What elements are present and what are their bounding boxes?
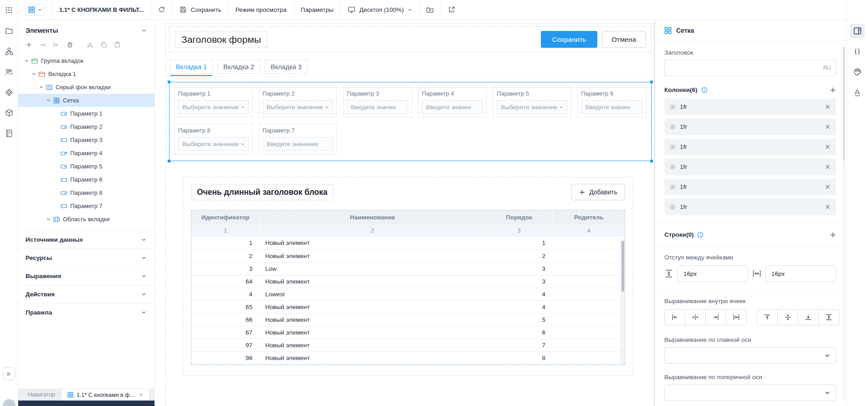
add-row-button[interactable]: Добавить <box>571 184 625 200</box>
add-element-button[interactable] <box>26 41 32 48</box>
tree-item[interactable]: Параметр 5 <box>18 160 154 173</box>
grid-column-row[interactable]: 1fr <box>664 158 836 175</box>
tree-expand-icon[interactable] <box>45 217 52 221</box>
form-title-element[interactable]: Заголовок формы <box>175 31 267 48</box>
table-row[interactable]: 66Новый элемент5 <box>191 313 625 326</box>
tree-item[interactable]: Параметр 3 <box>18 133 154 147</box>
user-avatar[interactable] <box>3 399 15 406</box>
add-column-button[interactable] <box>830 87 836 93</box>
canvas-save-button[interactable]: Сохранить <box>541 31 598 48</box>
table-header-cell[interactable]: Идентификатор <box>191 210 260 224</box>
table-row[interactable]: 65Новый элемент4 <box>191 300 625 313</box>
parameter-input[interactable]: Введите значение <box>262 137 333 151</box>
open-external-button[interactable] <box>441 0 462 19</box>
tree-item[interactable]: Параметр 6 <box>18 173 154 186</box>
move-into-button[interactable] <box>39 41 46 48</box>
projects-folder-icon[interactable] <box>0 20 18 41</box>
form-parameter[interactable]: Параметр 2Выберите значение <box>259 87 337 117</box>
grid-column-row[interactable]: 1fr <box>664 118 836 135</box>
info-icon[interactable] <box>701 87 708 93</box>
typography-icon[interactable] <box>850 85 865 100</box>
grid-column-row[interactable]: 1fr <box>664 198 836 215</box>
stretch-v-button[interactable] <box>818 309 839 325</box>
form-parameter[interactable]: Параметр 7Введите значение <box>259 124 337 154</box>
align-bottom-button[interactable] <box>798 309 819 325</box>
refresh-button[interactable] <box>151 0 172 19</box>
align-center-h-button[interactable] <box>685 309 706 325</box>
tree-item[interactable]: Параметр 2 <box>18 120 154 133</box>
parameter-input[interactable]: Введите значен <box>422 100 483 114</box>
info-icon[interactable] <box>697 232 704 238</box>
selected-grid-element[interactable]: Параметр 1Выберите значениеПараметр 2Выб… <box>169 82 652 161</box>
run-icon[interactable] <box>3 367 15 380</box>
form-parameter[interactable]: Параметр 6Введите значен <box>577 87 646 117</box>
remove-column-button[interactable] <box>825 124 830 129</box>
block-title-element[interactable]: Очень длинный заголовок блока <box>191 184 334 200</box>
table-row[interactable]: 1Новый элемент1 <box>191 237 625 249</box>
table-scrollbar[interactable] <box>621 239 625 364</box>
resize-handle[interactable] <box>168 160 170 162</box>
table-row[interactable]: 4Lowest4 <box>191 288 625 300</box>
tree-expand-icon[interactable] <box>23 59 30 63</box>
inspector-scrollbar-thumb[interactable] <box>843 47 845 161</box>
export-button[interactable] <box>419 0 441 19</box>
tree-expand-icon[interactable] <box>45 98 52 102</box>
inspector-scrollbar[interactable] <box>843 47 845 401</box>
tree-item[interactable]: Серый фон вкладки <box>18 81 154 94</box>
tree-item[interactable]: Вкладка 1 <box>18 67 154 81</box>
remove-column-button[interactable] <box>825 164 830 169</box>
properties-panel-icon[interactable] <box>850 24 865 38</box>
form-header-block[interactable]: Заголовок формы Сохранить Отмена <box>169 26 652 52</box>
panel-section[interactable]: Действия <box>18 285 154 303</box>
resize-handle[interactable] <box>650 160 653 162</box>
table-row[interactable]: 98Новый элемент8 <box>191 351 625 364</box>
table-header-cell[interactable]: Порядок <box>485 210 553 224</box>
align-main-select[interactable] <box>664 347 836 364</box>
grid-column-row[interactable]: 1fr <box>664 178 836 195</box>
drag-handle-icon[interactable] <box>670 124 675 130</box>
apps-grid-icon[interactable] <box>0 0 18 20</box>
form-parameter[interactable]: Параметр 8Выберите значение <box>175 124 252 154</box>
palette-icon[interactable] <box>850 65 865 79</box>
tree-expand-icon[interactable] <box>30 72 37 76</box>
parameter-select[interactable]: Выберите значение <box>178 100 249 114</box>
table-row[interactable]: 67Новый элемент6 <box>191 326 625 339</box>
tree-item[interactable]: Параметр 4 <box>18 147 154 160</box>
row-gap-input[interactable]: 16px <box>678 265 748 282</box>
form-parameter[interactable]: Параметр 1Выберите значение <box>175 87 252 117</box>
table-scrollbar-thumb[interactable] <box>621 241 624 292</box>
resize-handle[interactable] <box>650 81 653 83</box>
parameter-select[interactable]: Выберите значение <box>178 137 249 151</box>
table-row[interactable]: 3Low3 <box>191 262 625 275</box>
docs-icon[interactable] <box>0 123 18 143</box>
drag-handle-icon[interactable] <box>670 144 675 150</box>
canvas-cancel-button[interactable]: Отмена <box>602 31 646 48</box>
form-root[interactable]: Заголовок формы Сохранить Отмена Вкладка… <box>166 23 654 406</box>
tree-item[interactable]: Параметр 1 <box>18 107 154 120</box>
collapse-panel-icon[interactable] <box>142 28 146 33</box>
delete-element-button[interactable] <box>67 41 73 48</box>
packages-icon[interactable] <box>0 102 18 123</box>
paste-button[interactable] <box>114 41 121 48</box>
remove-column-button[interactable] <box>825 204 830 209</box>
parameter-input[interactable]: Введите значен <box>581 100 642 114</box>
tree-item[interactable]: Параметр 7 <box>18 199 154 213</box>
parameters-button[interactable]: Параметры <box>294 0 340 19</box>
align-top-button[interactable] <box>757 309 778 325</box>
tree-item[interactable]: Группа вкладок <box>18 54 154 67</box>
tree-item[interactable]: Параметр 8 <box>18 186 154 199</box>
remove-column-button[interactable] <box>825 184 830 189</box>
remove-column-button[interactable] <box>825 144 830 149</box>
table-header-cell[interactable]: Наименование <box>260 210 485 224</box>
modules-icon[interactable] <box>0 82 18 102</box>
table-row[interactable]: 2Новый элемент2 <box>191 249 625 262</box>
table-row[interactable]: 97Новый элемент7 <box>191 339 625 351</box>
align-right-button[interactable] <box>705 309 726 325</box>
canvas-tab[interactable]: Вкладка 2 <box>217 60 260 74</box>
drag-handle-icon[interactable] <box>670 204 675 210</box>
tab-content-area[interactable]: Очень длинный заголовок блока Добавить И… <box>183 177 633 376</box>
parameter-select[interactable]: Выберите значение <box>497 100 567 114</box>
stretch-h-button[interactable] <box>726 309 747 325</box>
add-row-button[interactable] <box>830 232 836 238</box>
align-cross-select[interactable] <box>664 385 836 401</box>
